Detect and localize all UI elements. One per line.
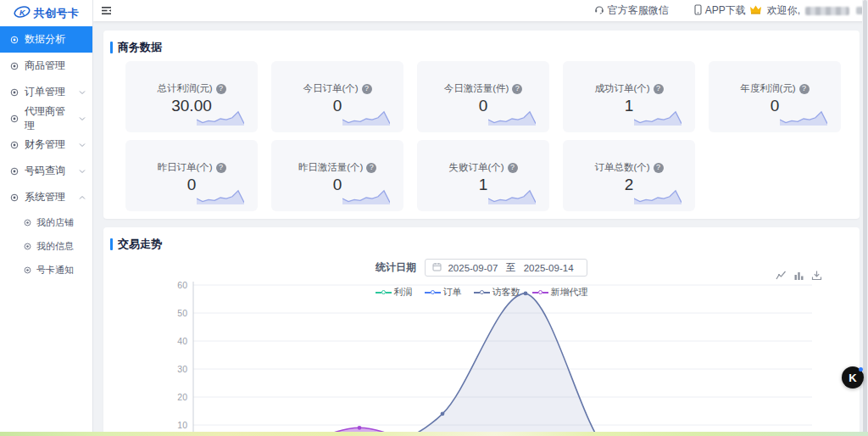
radio-icon bbox=[10, 88, 19, 97]
help-icon[interactable]: ? bbox=[654, 84, 664, 94]
svg-text:10: 10 bbox=[177, 420, 187, 430]
sparkline-chart bbox=[634, 188, 682, 205]
app-download-link[interactable]: APP下载 bbox=[694, 3, 746, 18]
sidebar-item-product-management[interactable]: 商品管理 bbox=[0, 53, 92, 79]
sparkline-chart bbox=[488, 188, 536, 205]
stat-label: 今日激活量(件)? bbox=[417, 82, 549, 95]
trend-title: 交易走势 bbox=[103, 227, 860, 252]
help-icon[interactable]: ? bbox=[799, 84, 810, 94]
stat-card: 成功订单(个)? 1 bbox=[563, 61, 695, 132]
stat-label: 昨日激活量(个)? bbox=[271, 161, 403, 174]
bottom-edge-strip bbox=[0, 432, 868, 436]
redacted-username bbox=[805, 7, 849, 15]
sparkline-chart bbox=[488, 109, 536, 126]
trend-line-chart[interactable]: 102030405060 bbox=[170, 278, 839, 436]
help-icon[interactable]: ? bbox=[508, 163, 518, 173]
app-logo[interactable]: K 共创号卡 bbox=[0, 0, 92, 26]
date-separator: 至 bbox=[504, 261, 518, 274]
section-title-text: 交易走势 bbox=[118, 237, 162, 252]
sidebar-item-data-analysis[interactable]: 数据分析 bbox=[0, 26, 92, 53]
help-icon[interactable]: ? bbox=[216, 84, 226, 94]
stat-label: 成功订单(个)? bbox=[563, 82, 695, 95]
stat-card: 订单总数(个)? 2 bbox=[563, 140, 695, 211]
svg-text:30: 30 bbox=[177, 364, 187, 374]
svg-text:40: 40 bbox=[177, 336, 187, 346]
collapse-sidebar-icon[interactable] bbox=[101, 6, 112, 15]
sidebar-subitem-my-info[interactable]: 我的信息 bbox=[0, 234, 92, 258]
stat-card: 失败订单(个)? 1 bbox=[417, 140, 549, 211]
stat-card: 昨日订单(个)? 0 bbox=[125, 140, 258, 211]
svg-text:20: 20 bbox=[177, 392, 187, 402]
sparkline-chart bbox=[342, 188, 390, 205]
stat-label: 昨日订单(个)? bbox=[125, 161, 258, 174]
sparkline-chart bbox=[197, 188, 244, 205]
radio-icon bbox=[10, 167, 19, 176]
radio-icon bbox=[10, 62, 19, 70]
sidebar-item-label: 商品管理 bbox=[25, 59, 65, 73]
sidebar-item-label: 财务管理 bbox=[25, 137, 65, 152]
phone-icon bbox=[694, 4, 702, 18]
stat-card: 今日订单(个)? 0 bbox=[271, 61, 403, 132]
app-download-label: APP下载 bbox=[705, 3, 746, 18]
svg-text:50: 50 bbox=[177, 308, 187, 318]
sidebar-subitem-my-shop[interactable]: 我的店铺 bbox=[0, 210, 92, 234]
stat-label: 年度利润(元)? bbox=[709, 82, 841, 95]
customer-service-link[interactable]: 官方客服微信 bbox=[594, 3, 669, 18]
date-filter: 统计日期 2025-09-07 至 2025-09-14 bbox=[103, 259, 860, 277]
stat-label: 今日订单(个)? bbox=[271, 82, 403, 95]
sidebar-item-label: 号码查询 bbox=[25, 164, 65, 178]
calendar-icon bbox=[432, 262, 442, 273]
help-icon[interactable]: ? bbox=[362, 84, 372, 94]
radio-icon bbox=[10, 36, 19, 44]
date-start-value: 2025-09-07 bbox=[442, 263, 504, 273]
sidebar-item-system-management[interactable]: 系统管理 bbox=[0, 184, 92, 210]
radio-icon bbox=[24, 219, 31, 226]
welcome-text[interactable]: 欢迎你, bbox=[767, 3, 864, 18]
date-filter-label: 统计日期 bbox=[376, 260, 416, 275]
sidebar-item-finance-management[interactable]: 财务管理 bbox=[0, 131, 92, 158]
radio-icon bbox=[10, 115, 19, 123]
title-accent-bar bbox=[110, 238, 113, 250]
radio-icon bbox=[24, 243, 31, 250]
chevron-down-icon bbox=[79, 116, 86, 121]
top-header: 官方客服微信 APP下载 欢迎你, bbox=[93, 0, 868, 21]
sparkline-chart bbox=[634, 109, 682, 126]
sidebar-item-number-query[interactable]: 号码查询 bbox=[0, 158, 92, 184]
scrollbar-thumb[interactable] bbox=[863, 0, 867, 436]
welcome-label: 欢迎你, bbox=[767, 3, 800, 18]
logo-text: 共创号卡 bbox=[34, 6, 80, 21]
sidebar-subitem-label: 我的店铺 bbox=[36, 216, 74, 229]
sparkline-chart bbox=[780, 109, 827, 126]
stat-card: 总计利润(元)? 30.00 bbox=[125, 61, 258, 132]
logo-icon: K bbox=[14, 6, 31, 21]
crown-icon bbox=[749, 4, 762, 17]
help-icon[interactable]: ? bbox=[512, 84, 522, 94]
help-icon[interactable]: ? bbox=[216, 163, 226, 173]
help-icon[interactable]: ? bbox=[366, 163, 376, 173]
sidebar-item-label: 代理商管理 bbox=[25, 104, 73, 133]
chevron-down-icon bbox=[79, 143, 86, 148]
radio-icon bbox=[24, 266, 31, 274]
stat-label: 总计利润(元)? bbox=[125, 82, 258, 95]
svg-text:60: 60 bbox=[177, 280, 187, 290]
stat-label: 失败订单(个)? bbox=[417, 161, 549, 174]
sparkline-chart bbox=[342, 109, 390, 126]
sidebar-item-order-management[interactable]: 订单管理 bbox=[0, 79, 92, 105]
date-range-input[interactable]: 2025-09-07 至 2025-09-14 bbox=[425, 259, 587, 277]
section-title-text: 商务数据 bbox=[118, 40, 162, 55]
business-data-title: 商务数据 bbox=[103, 31, 860, 55]
page-scrollbar[interactable] bbox=[862, 0, 868, 436]
floating-chat-button[interactable]: K bbox=[842, 366, 864, 388]
sidebar-item-label: 系统管理 bbox=[25, 190, 65, 204]
stat-card: 昨日激活量(个)? 0 bbox=[271, 140, 403, 211]
help-icon[interactable]: ? bbox=[654, 163, 664, 173]
sidebar-subitem-label: 我的信息 bbox=[36, 240, 74, 253]
chevron-down-icon bbox=[79, 169, 86, 174]
customer-service-icon bbox=[594, 4, 604, 17]
sidebar-item-agent-management[interactable]: 代理商管理 bbox=[0, 105, 92, 131]
sparkline-chart bbox=[197, 109, 244, 126]
sidebar-subitem-card-notice[interactable]: 号卡通知 bbox=[0, 258, 92, 282]
sidebar-subitem-label: 号卡通知 bbox=[36, 264, 74, 277]
stat-label: 订单总数(个)? bbox=[563, 161, 695, 174]
stat-cards-row-2: 昨日订单(个)? 0 昨日激活量(个)? 0 失败订单(个)? 1 订单总数(个… bbox=[125, 140, 860, 211]
